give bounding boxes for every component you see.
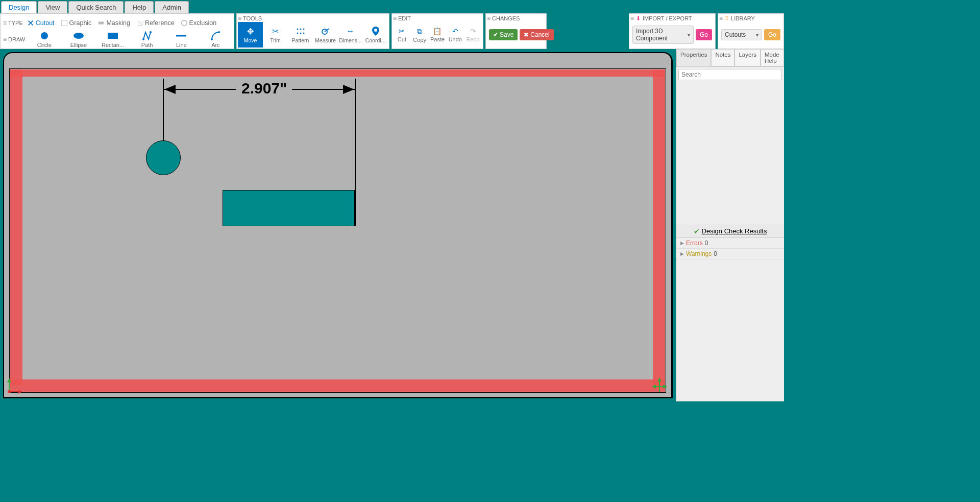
edit-copy-label: Copy — [413, 37, 426, 43]
svg-marker-29 — [663, 385, 667, 389]
library-title-label: LIBRARY — [731, 15, 755, 21]
circle-icon — [40, 31, 49, 41]
svg-point-2 — [181, 20, 187, 26]
canvas-wrap: 2.907" — [0, 49, 676, 401]
design-check-header[interactable]: ✔ Design Check Results — [676, 225, 784, 238]
tab-help[interactable]: Help — [125, 1, 154, 13]
side-tab-properties[interactable]: Properties — [676, 49, 711, 66]
tool-move[interactable]: ✥ Move — [238, 22, 263, 47]
svg-rect-0 — [61, 20, 67, 26]
import-title-label: IMPORT / EXPORT — [643, 15, 692, 21]
chevron-right-icon: ▶ — [680, 251, 684, 256]
move-icon: ✥ — [247, 26, 254, 36]
masking-icon — [97, 19, 105, 27]
errors-row[interactable]: ▶ Errors 0 — [676, 238, 784, 249]
draw-ellipse-label: Ellipse — [70, 42, 87, 48]
svg-point-4 — [74, 33, 84, 39]
panel-tools: TOOLS ✥ Move ✂ Trim Pattern Measure ↔ Di… — [236, 13, 389, 49]
draw-arc[interactable]: Arc — [199, 30, 233, 49]
svg-point-12 — [300, 29, 301, 30]
draw-circle[interactable]: Circle — [27, 30, 61, 49]
panel-edit: EDIT ✂Cut ⧉Copy 📋Paste ↶Undo ↷Redo — [391, 13, 483, 49]
import-icon: ⬇ — [636, 15, 641, 22]
design-check-label: Design Check Results — [702, 227, 767, 235]
tool-pattern-label: Pattern — [292, 37, 309, 43]
tool-measure-label: Measure — [315, 37, 336, 43]
check-circle-icon: ✔ — [694, 227, 700, 235]
shape-rectangle[interactable] — [223, 190, 355, 226]
svg-point-6 — [142, 38, 144, 40]
edit-redo[interactable]: ↷Redo — [464, 22, 482, 47]
type-exclusion[interactable]: Exclusion — [179, 18, 219, 28]
draw-line[interactable]: Line — [164, 30, 199, 49]
tool-coordinates-label: Coordi... — [365, 37, 386, 43]
type-graphic[interactable]: Graphic — [59, 18, 94, 28]
side-tab-modehelp[interactable]: Mode Help — [761, 49, 784, 66]
svg-point-19 — [374, 29, 377, 32]
undo-icon: ↶ — [452, 27, 458, 35]
library-dropdown[interactable]: Cutouts — [721, 29, 762, 40]
edit-paste[interactable]: 📋Paste — [429, 22, 447, 47]
errors-label: Errors — [686, 240, 703, 247]
type-masking[interactable]: Masking — [95, 18, 132, 28]
tab-admin[interactable]: Admin — [155, 1, 189, 13]
cancel-label: Cancel — [530, 31, 549, 38]
changes-title: CHANGES — [487, 15, 545, 22]
edit-undo[interactable]: ↶Undo — [446, 22, 464, 47]
side-body — [676, 82, 784, 225]
tool-coordinates[interactable]: Coordi... — [363, 22, 388, 47]
edit-cut[interactable]: ✂Cut — [393, 22, 411, 47]
tools-title: TOOLS — [238, 15, 388, 22]
design-canvas[interactable]: 2.907" — [3, 52, 673, 398]
import-title: ⬇IMPORT / EXPORT — [630, 15, 714, 22]
draw-path-label: Path — [141, 42, 153, 48]
type-reference[interactable]: Reference — [134, 18, 177, 28]
draw-ellipse[interactable]: Ellipse — [61, 30, 95, 49]
save-button[interactable]: ✔Save — [489, 29, 518, 40]
edit-undo-label: Undo — [449, 36, 462, 42]
edit-cut-label: Cut — [398, 36, 406, 42]
dim-extension-right — [355, 79, 356, 226]
x-icon: ✖ — [524, 31, 529, 38]
draw-rectangle[interactable]: Rectan... — [95, 30, 130, 49]
dimension-value[interactable]: 2.907" — [236, 80, 292, 97]
draw-rectangle-label: Rectan... — [102, 42, 124, 48]
svg-point-11 — [297, 29, 298, 30]
draw-arc-label: Arc — [211, 42, 220, 48]
import-dropdown[interactable]: Import 3D Component — [632, 26, 694, 44]
import-go-button[interactable]: Go — [696, 29, 712, 40]
shape-circle[interactable] — [146, 140, 181, 175]
side-tab-layers[interactable]: Layers — [734, 49, 761, 66]
tab-design[interactable]: Design — [1, 1, 37, 13]
tool-pattern[interactable]: Pattern — [288, 22, 313, 47]
panel-import-export: ⬇IMPORT / EXPORT Import 3D Component Go — [629, 13, 716, 49]
save-label: Save — [500, 31, 513, 38]
draw-path[interactable]: Path — [130, 30, 164, 49]
side-panel: Properties Notes Layers Mode Help ✔ Desi… — [676, 49, 784, 401]
side-tab-notes[interactable]: Notes — [711, 49, 734, 66]
chevron-right-icon: ▶ — [680, 241, 684, 246]
svg-point-24 — [8, 390, 11, 393]
tool-measure[interactable]: Measure — [313, 22, 338, 47]
tab-view[interactable]: View — [38, 1, 67, 13]
tab-quicksearch[interactable]: Quick Search — [68, 1, 124, 13]
redo-icon: ↷ — [470, 27, 476, 35]
svg-marker-26 — [657, 377, 662, 381]
type-cutout[interactable]: Cutout — [25, 18, 57, 28]
guide-right — [653, 69, 665, 385]
axis-gizmo-icon — [652, 377, 667, 393]
library-go-button[interactable]: Go — [764, 29, 780, 40]
tool-dimension[interactable]: ↔ Dimens... — [338, 22, 363, 47]
tool-move-label: Move — [244, 37, 257, 43]
check-icon: ✔ — [493, 31, 498, 38]
guide-top — [10, 69, 665, 77]
warnings-row[interactable]: ▶ Warnings 0 — [676, 249, 784, 259]
edit-redo-label: Redo — [466, 36, 479, 42]
edit-copy[interactable]: ⧉Copy — [411, 22, 429, 47]
dimension-icon: ↔ — [347, 26, 355, 36]
draw-circle-label: Circle — [37, 42, 52, 48]
tool-trim[interactable]: ✂ Trim — [263, 22, 288, 47]
cutout-icon — [27, 19, 34, 27]
svg-point-9 — [211, 38, 213, 40]
search-input[interactable] — [678, 69, 782, 80]
